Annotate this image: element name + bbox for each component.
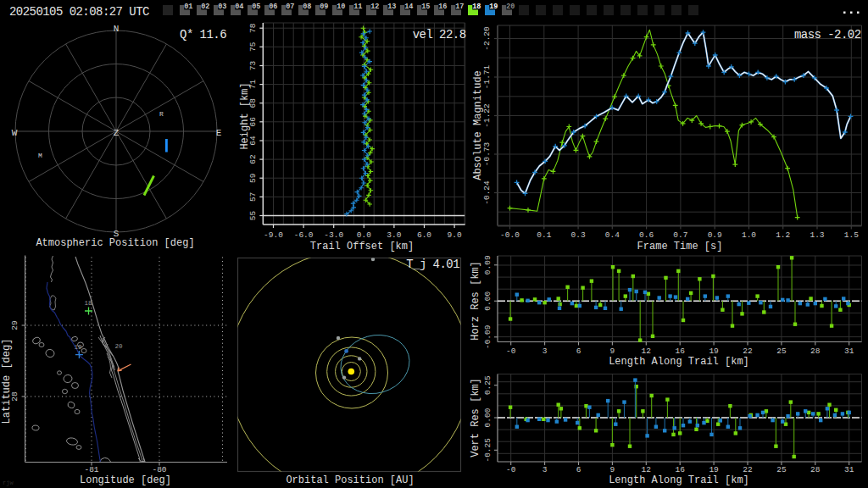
svg-text:25: 25: [776, 347, 787, 356]
svg-text:02: 02: [201, 3, 209, 11]
svg-text:3: 3: [542, 465, 548, 474]
svg-text:Q* 11.6: Q* 11.6: [180, 28, 226, 42]
svg-text:16: 16: [675, 347, 685, 356]
svg-text:-0.24: -0.24: [482, 180, 492, 205]
svg-text:-81: -81: [84, 465, 98, 474]
svg-text:20250105 02:08:27 UTC: 20250105 02:08:27 UTC: [9, 5, 149, 19]
svg-text:9: 9: [610, 347, 615, 356]
svg-text:Absolute Magnitude: Absolute Magnitude: [472, 70, 484, 180]
svg-text:06: 06: [269, 3, 277, 11]
svg-text:Vert Res [km]: Vert Res [km]: [470, 378, 481, 458]
svg-text:01: 01: [184, 3, 192, 11]
svg-text:1.2: 1.2: [776, 230, 790, 240]
svg-text:1.3: 1.3: [810, 230, 824, 240]
svg-text:3: 3: [542, 347, 548, 356]
svg-text:14: 14: [404, 3, 413, 11]
svg-text:31: 31: [844, 347, 854, 356]
svg-text:N: N: [114, 24, 120, 34]
svg-text:1.5: 1.5: [844, 230, 859, 240]
svg-text:22: 22: [743, 465, 753, 474]
svg-text:0.25: 0.25: [483, 375, 492, 395]
svg-text:0.6: 0.6: [639, 230, 654, 240]
svg-text:0.09: 0.09: [483, 255, 492, 274]
svg-text:M: M: [38, 152, 42, 159]
svg-text:20: 20: [506, 3, 515, 11]
svg-text:0.1: 0.1: [537, 230, 551, 240]
svg-text:6: 6: [576, 465, 581, 474]
svg-text:75: 75: [248, 42, 258, 52]
svg-text:13: 13: [387, 3, 396, 11]
svg-text:Horz Res [km]: Horz Res [km]: [470, 261, 481, 341]
svg-text:03: 03: [218, 3, 226, 11]
svg-text:W: W: [12, 128, 18, 138]
svg-text:28: 28: [810, 465, 821, 474]
svg-text:0.4: 0.4: [605, 230, 620, 240]
svg-text:12: 12: [642, 347, 652, 356]
svg-text:55: 55: [248, 211, 258, 221]
svg-text:vel 22.8: vel 22.8: [413, 28, 466, 42]
svg-text:0.00: 0.00: [483, 291, 492, 311]
svg-text:Frame Time [s]: Frame Time [s]: [637, 241, 723, 252]
svg-text:-0.09: -0.09: [483, 324, 492, 349]
svg-text:12: 12: [642, 465, 652, 474]
svg-text:0.9: 0.9: [708, 230, 722, 240]
svg-text:19: 19: [74, 344, 81, 351]
svg-text:-2.20: -2.20: [482, 26, 492, 51]
svg-text:-80: -80: [152, 465, 166, 474]
svg-text:-0: -0: [506, 465, 516, 474]
svg-text:12: 12: [370, 3, 379, 11]
svg-text:19: 19: [709, 347, 719, 356]
svg-text:R: R: [159, 110, 164, 118]
svg-text:-3.0: -3.0: [324, 230, 343, 240]
svg-text:Z: Z: [114, 128, 120, 138]
svg-text:9: 9: [610, 465, 615, 474]
svg-text:Trail Offset [km]: Trail Offset [km]: [310, 241, 414, 252]
svg-text:22: 22: [743, 347, 753, 356]
svg-text:mass -2.02: mass -2.02: [794, 28, 861, 42]
svg-text:57: 57: [248, 192, 258, 202]
svg-text:E: E: [216, 128, 222, 138]
svg-text:Latitude [deg]: Latitude [deg]: [1, 339, 13, 424]
svg-text:Orbital Position [AU]: Orbital Position [AU]: [286, 474, 414, 486]
svg-text:20: 20: [114, 343, 123, 350]
svg-text:17: 17: [455, 3, 464, 11]
svg-text:0.7: 0.7: [673, 230, 687, 240]
svg-text:9.0: 9.0: [448, 230, 462, 240]
svg-text:08: 08: [303, 3, 311, 11]
svg-text:09: 09: [320, 3, 328, 11]
svg-text:-0.0: -0.0: [500, 230, 520, 240]
svg-text:18: 18: [472, 3, 481, 11]
svg-text:16: 16: [675, 465, 685, 474]
svg-text:-0: -0: [506, 347, 516, 356]
svg-text:Atmospheric Position [deg]: Atmospheric Position [deg]: [36, 237, 194, 249]
svg-text:Length Along Trail [km]: Length Along Trail [km]: [609, 474, 749, 486]
svg-text:rjw: rjw: [3, 480, 14, 486]
svg-text:0.3: 0.3: [571, 230, 586, 240]
svg-text:-9.0: -9.0: [264, 230, 283, 240]
svg-text:62: 62: [248, 154, 258, 164]
svg-text:1.0: 1.0: [742, 230, 756, 240]
svg-text:59: 59: [248, 173, 258, 183]
svg-text:11: 11: [353, 3, 362, 11]
svg-text:15: 15: [421, 3, 430, 11]
svg-text:31: 31: [844, 465, 854, 474]
svg-text:05: 05: [252, 3, 260, 11]
svg-text:18: 18: [84, 300, 92, 307]
svg-text:Length Along Trail [km]: Length Along Trail [km]: [609, 356, 749, 368]
svg-text:6.0: 6.0: [417, 230, 431, 240]
svg-text:6: 6: [576, 347, 581, 356]
svg-text:16: 16: [438, 3, 447, 11]
svg-text:28: 28: [810, 347, 821, 356]
svg-text:10: 10: [337, 3, 345, 11]
svg-text:0.0: 0.0: [357, 230, 371, 240]
svg-text:3.0: 3.0: [387, 230, 401, 240]
svg-text:19: 19: [709, 465, 719, 474]
svg-text:73: 73: [248, 61, 258, 71]
svg-text:07: 07: [286, 3, 294, 11]
svg-text:Height [km]: Height [km]: [239, 82, 251, 149]
svg-text:29: 29: [10, 320, 19, 330]
svg-text:0.00: 0.00: [483, 408, 492, 427]
svg-text:-0.25: -0.25: [483, 438, 492, 463]
svg-text:T_j 4.01: T_j 4.01: [406, 258, 459, 271]
svg-text:Longitude [deg]: Longitude [deg]: [80, 474, 171, 486]
